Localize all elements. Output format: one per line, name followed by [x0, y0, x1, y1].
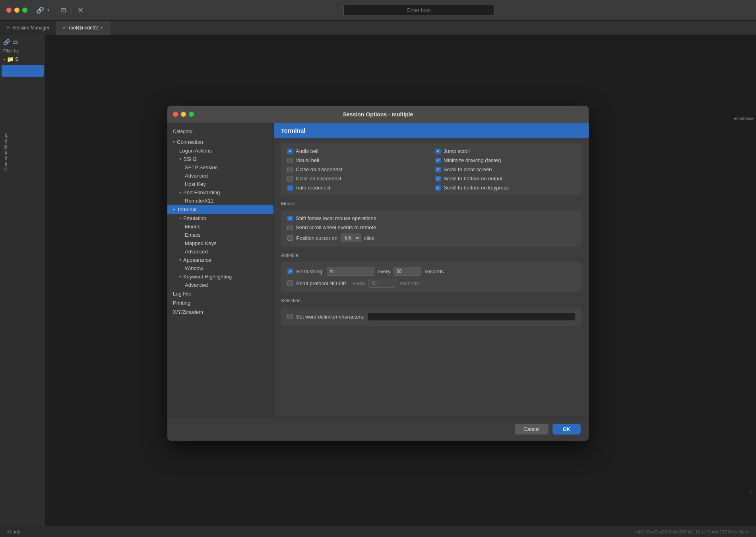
tab-terminal[interactable]: ✔ root@node02: ~ [56, 21, 110, 35]
cb-close-disconnect-input[interactable] [287, 167, 293, 172]
minimize-button[interactable] [14, 8, 19, 13]
cb-scroll-keypress-input[interactable]: ✓ [435, 185, 441, 191]
cb-visual-bell[interactable]: Visual bell [287, 157, 427, 163]
cb-auto-reconnect[interactable]: – Auto reconnect [287, 185, 427, 191]
cb-scroll-clear[interactable]: ✓ Scroll to clear screen [435, 166, 575, 172]
cat-adv-keyword[interactable]: Advanced [167, 281, 273, 289]
cb-scroll-keypress[interactable]: ✓ Scroll to bottom on keypress [435, 185, 575, 191]
cat-mapped-keys[interactable]: Mapped Keys [167, 239, 273, 247]
cancel-button[interactable]: Cancel [515, 424, 548, 435]
ok-button[interactable]: OK [552, 424, 581, 435]
cb-scroll-wheel[interactable]: Send scroll wheel events to remote [287, 224, 575, 230]
cb-scroll-output-input[interactable]: ✓ [435, 176, 441, 182]
category-panel: Category: ▾ Connection Logon Actions ▾ S… [167, 123, 274, 417]
modal-body: Category: ▾ Connection Logon Actions ▾ S… [167, 123, 589, 417]
cb-visual-bell-input[interactable] [287, 158, 293, 163]
window-icon[interactable]: ⊡ [61, 6, 66, 14]
cat-logfile[interactable]: Log File [167, 289, 273, 298]
cat-adv-emulation[interactable]: Advanced [167, 247, 273, 256]
tab-check-icon: ✔ [62, 25, 66, 31]
cat-connection[interactable]: ▾ Connection [167, 137, 273, 147]
cb-shift-mouse-input[interactable]: ✓ [287, 216, 293, 221]
chevron-icon: ▾ [179, 274, 181, 279]
tab-session-manager[interactable]: ✕ Session Manager [0, 21, 56, 35]
checkbox-col-right: ✓ Jump scroll ✓ Minimize drawing (faster… [435, 148, 575, 191]
send-string-input[interactable] [327, 267, 374, 276]
position-cursor-select[interactable]: left [341, 234, 361, 242]
modal-close-btn[interactable] [173, 112, 178, 117]
chevron-down-icon: ▾ [3, 57, 5, 62]
cat-printing[interactable]: Printing [167, 298, 273, 307]
titlebar-close-icon[interactable]: ✕ [78, 6, 83, 15]
cb-close-disconnect-label: Close on disconnect [296, 166, 342, 172]
protocol-interval[interactable] [368, 279, 396, 288]
cb-audio-bell[interactable]: ✓ Audio bell [287, 148, 427, 154]
chevron-down-icon[interactable]: ▾ [47, 8, 49, 12]
link-icon[interactable]: 🔗 [36, 6, 44, 14]
chevron-icon: ▾ [179, 190, 181, 195]
cb-position-cursor-input[interactable] [287, 235, 293, 241]
position-cursor-row: Position cursor on left click [287, 234, 575, 242]
cb-auto-reconnect-input[interactable]: – [287, 185, 293, 191]
cb-clear-disconnect-input[interactable] [287, 176, 293, 182]
terminal-checkbox-grid: ✓ Audio bell Visual bell Close on discon [287, 148, 575, 191]
cat-window[interactable]: Window [167, 264, 273, 272]
cat-emulation[interactable]: ▾ Emulation [167, 214, 273, 222]
cat-portfwd-label: Port Forwarding [183, 189, 220, 195]
cat-appearance-label: Appearance [183, 257, 211, 263]
send-string-label: Send string: [296, 268, 324, 274]
send-string-interval[interactable] [394, 267, 421, 276]
mouse-rows: ✓ Shift forces local mouse operations Se… [287, 215, 575, 242]
modal-min-btn[interactable] [181, 112, 186, 117]
cat-remotex11[interactable]: Remote/X11 [167, 197, 273, 205]
cb-jump-scroll[interactable]: ✓ Jump scroll [435, 148, 575, 154]
terminal-text: es.service [731, 114, 756, 122]
cb-close-disconnect[interactable]: Close on disconnect [287, 166, 427, 172]
cb-delimiter[interactable] [287, 314, 293, 319]
delimiter-input[interactable] [368, 312, 575, 321]
cb-send-string[interactable]: ✓ [287, 268, 293, 274]
cat-appearance[interactable]: ▾ Appearance [167, 256, 273, 264]
cat-emacs[interactable]: Emacs [167, 231, 273, 239]
cb-audio-bell-input[interactable]: ✓ [287, 149, 293, 154]
cat-keyword[interactable]: ▾ Keyword Highlighting [167, 272, 273, 281]
sidebar-active-item[interactable] [2, 65, 44, 77]
cat-sftp[interactable]: SFTP Session [167, 163, 273, 172]
tab-close-session[interactable]: ✕ [6, 25, 10, 30]
cat-ssh2[interactable]: ▾ SSH2 [167, 155, 273, 163]
maximize-button[interactable] [22, 8, 27, 13]
cb-jump-scroll-input[interactable]: ✓ [435, 149, 441, 154]
host-input[interactable] [343, 5, 494, 16]
cb-clear-disconnect[interactable]: Clear on disconnect [287, 176, 427, 182]
cat-logon-actions[interactable]: Logon Actions [167, 147, 273, 155]
cat-modes[interactable]: Modes [167, 222, 273, 231]
cb-shift-mouse[interactable]: ✓ Shift forces local mouse operations [287, 215, 575, 221]
sidebar-folder-icon[interactable]: 🗂 [12, 39, 18, 45]
close-button[interactable] [6, 8, 12, 13]
modal-max-btn[interactable] [189, 112, 194, 117]
sidebar: 🔗 🗂 Filter by ▾ 📁 S Command Manager [0, 35, 46, 526]
cb-scroll-clear-input[interactable]: ✓ [435, 167, 441, 172]
cat-connection-label: Connection [177, 139, 203, 145]
cat-adv-ssh[interactable]: Advanced [167, 172, 273, 180]
cat-terminal[interactable]: ▾ Terminal [167, 205, 273, 214]
cb-minimize-drawing[interactable]: ✓ Minimize drawing (faster) [435, 157, 575, 163]
tab-label-session: Session Manager [12, 25, 49, 31]
cat-xyzmodem[interactable]: X/Y/Zmodem [167, 307, 273, 317]
cat-hostkey[interactable]: Host Key [167, 180, 273, 188]
modal-titlebar: Session Options - multiple [167, 106, 589, 123]
sidebar-item3[interactable] [2, 93, 44, 104]
cb-scroll-clear-label: Scroll to clear screen [444, 166, 492, 172]
cb-protocol-noop[interactable] [287, 280, 293, 286]
cb-scroll-wheel-input[interactable] [287, 225, 293, 230]
tab-label-terminal: root@node02: ~ [69, 25, 103, 31]
sidebar-session-folder[interactable]: ▾ 📁 S [0, 55, 45, 64]
cb-minimize-drawing-input[interactable]: ✓ [435, 158, 441, 163]
sidebar-item2[interactable] [2, 79, 44, 91]
cb-scroll-output[interactable]: ✓ Scroll to bottom on output [435, 176, 575, 182]
modal-title: Session Options - multiple [343, 111, 413, 118]
session-options-modal[interactable]: Session Options - multiple Category: ▾ C… [167, 106, 589, 441]
sidebar-link-icon[interactable]: 🔗 [3, 39, 10, 45]
traffic-lights [6, 8, 27, 13]
cat-portfwd[interactable]: ▾ Port Forwarding [167, 188, 273, 197]
